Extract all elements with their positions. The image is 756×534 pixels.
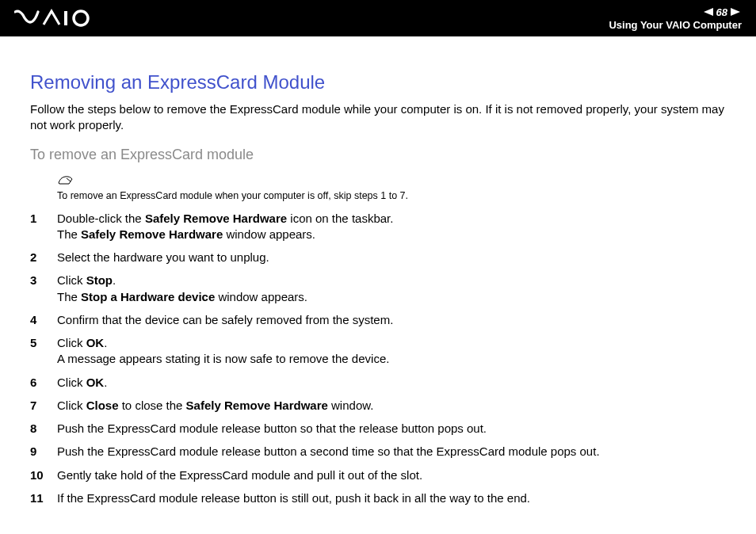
step-number: 6 bbox=[30, 375, 57, 391]
steps-list: 1Double-click the Safely Remove Hardware… bbox=[30, 211, 726, 507]
step-text: Double-click the Safely Remove Hardware … bbox=[57, 211, 726, 243]
step-text: Push the ExpressCard module release butt… bbox=[57, 421, 726, 437]
step-text: Click Stop.The Stop a Hardware device wi… bbox=[57, 273, 726, 305]
step-text: Gently take hold of the ExpressCard modu… bbox=[57, 467, 726, 483]
step-text: Push the ExpressCard module release butt… bbox=[57, 444, 726, 460]
nav-next-icon[interactable] bbox=[731, 7, 742, 17]
svg-point-1 bbox=[74, 11, 88, 25]
page-title: Removing an ExpressCard Module bbox=[30, 71, 726, 93]
vaio-logo bbox=[14, 9, 101, 28]
step-text: Confirm that the device can be safely re… bbox=[57, 312, 726, 328]
step-row: 11If the ExpressCard module release butt… bbox=[30, 490, 726, 506]
step-text: Click OK. bbox=[57, 375, 726, 391]
note-block: To remove an ExpressCard module when you… bbox=[57, 174, 726, 201]
note-icon bbox=[57, 174, 74, 189]
step-number: 1 bbox=[30, 211, 57, 227]
section-title: Using Your VAIO Computer bbox=[609, 19, 742, 31]
step-row: 10Gently take hold of the ExpressCard mo… bbox=[30, 467, 726, 483]
step-row: 7Click Close to close the Safely Remove … bbox=[30, 398, 726, 414]
step-number: 7 bbox=[30, 398, 57, 414]
step-number: 10 bbox=[30, 467, 57, 483]
step-text: Click Close to close the Safely Remove H… bbox=[57, 398, 726, 414]
svg-marker-3 bbox=[731, 8, 740, 16]
step-text: If the ExpressCard module release button… bbox=[57, 490, 726, 506]
page-number: 68 bbox=[716, 6, 727, 18]
step-row: 2Select the hardware you want to unplug. bbox=[30, 250, 726, 265]
step-row: 1Double-click the Safely Remove Hardware… bbox=[30, 211, 726, 243]
step-text: Click OK.A message appears stating it is… bbox=[57, 335, 726, 368]
step-number: 2 bbox=[30, 250, 57, 265]
intro-text: Follow the steps below to remove the Exp… bbox=[30, 101, 726, 134]
svg-marker-2 bbox=[704, 8, 713, 16]
step-number: 9 bbox=[30, 444, 57, 460]
page-nav: 68 bbox=[702, 6, 742, 18]
svg-line-4 bbox=[67, 178, 71, 181]
header-bar: 68 Using Your VAIO Computer bbox=[0, 0, 756, 36]
step-number: 3 bbox=[30, 273, 57, 288]
step-text: Select the hardware you want to unplug. bbox=[57, 250, 726, 265]
step-row: 8Push the ExpressCard module release but… bbox=[30, 421, 726, 437]
nav-prev-icon[interactable] bbox=[702, 7, 713, 17]
step-row: 6Click OK. bbox=[30, 375, 726, 391]
step-row: 9Push the ExpressCard module release but… bbox=[30, 444, 726, 460]
step-row: 3Click Stop.The Stop a Hardware device w… bbox=[30, 273, 726, 305]
subtitle: To remove an ExpressCard module bbox=[30, 147, 726, 163]
header-right: 68 Using Your VAIO Computer bbox=[609, 6, 742, 31]
note-text: To remove an ExpressCard module when you… bbox=[57, 190, 726, 201]
step-row: 5Click OK.A message appears stating it i… bbox=[30, 335, 726, 368]
step-number: 5 bbox=[30, 335, 57, 351]
step-number: 8 bbox=[30, 421, 57, 437]
step-number: 11 bbox=[30, 490, 57, 506]
svg-rect-0 bbox=[64, 11, 67, 25]
step-number: 4 bbox=[30, 312, 57, 328]
step-row: 4Confirm that the device can be safely r… bbox=[30, 312, 726, 328]
page-content: Removing an ExpressCard Module Follow th… bbox=[0, 36, 756, 506]
